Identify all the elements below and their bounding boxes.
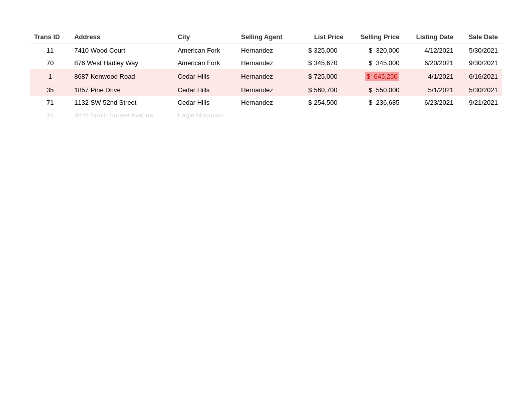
cell-listing-date: 6/20/2021 <box>403 57 457 69</box>
table-row: 117410 Wood CourtAmerican ForkHernandez$… <box>30 44 502 57</box>
cell-city: American Fork <box>174 44 237 57</box>
cell-address: 1132 SW 52nd Street <box>70 96 173 109</box>
cell-selling-agent: Hernandez <box>237 84 296 96</box>
cell-city: Eagle Mountain <box>174 109 237 121</box>
cell-city: Cedar Hills <box>174 69 237 84</box>
header-list-price: List Price <box>296 30 348 44</box>
cell-city: Cedar Hills <box>174 84 237 96</box>
cell-address: 8687 Kenwood Road <box>70 69 173 84</box>
header-sale-date: Sale Date <box>457 30 502 44</box>
cell-trans-id: 1 <box>30 69 70 84</box>
cell-address: 1857 Pine Drive <box>70 84 173 96</box>
table-row: 189876 South Sunset AvenueEagle Mountain <box>30 109 502 121</box>
cell-selling-agent: Hernandez <box>237 57 296 69</box>
cell-list-price: $254,500 <box>296 96 348 109</box>
cell-trans-id: 71 <box>30 96 70 109</box>
cell-selling-price: $ 345,000 <box>347 57 403 69</box>
cell-listing-date: 5/1/2021 <box>403 84 457 96</box>
cell-list-price: $725,000 <box>296 69 348 84</box>
cell-listing-date: 4/12/2021 <box>403 44 457 57</box>
cell-selling-agent: Hernandez <box>237 96 296 109</box>
cell-listing-date: 6/23/2021 <box>403 96 457 109</box>
cell-list-price <box>296 109 348 121</box>
cell-sale-date: 6/16/2021 <box>457 69 502 84</box>
cell-sale-date <box>457 109 502 121</box>
table-row: 351857 Pine DriveCedar HillsHernandez$56… <box>30 84 502 96</box>
main-container: Trans ID Address City Selling Agent List… <box>0 0 532 121</box>
cell-selling-price: $ 320,000 <box>347 44 403 57</box>
cell-selling-agent <box>237 109 296 121</box>
table-row: 70876 West Hadley WayAmerican ForkHernan… <box>30 57 502 69</box>
cell-address: 9876 South Sunset Avenue <box>70 109 173 121</box>
table-row: 18687 Kenwood RoadCedar HillsHernandez$7… <box>30 69 502 84</box>
cell-city: American Fork <box>174 57 237 69</box>
header-address: Address <box>70 30 173 44</box>
cell-city: Cedar Hills <box>174 96 237 109</box>
header-trans-id: Trans ID <box>30 30 70 44</box>
cell-selling-price: $ 236,685 <box>347 96 403 109</box>
table-row: 711132 SW 52nd StreetCedar HillsHernande… <box>30 96 502 109</box>
cell-selling-agent: Hernandez <box>237 69 296 84</box>
transactions-table: Trans ID Address City Selling Agent List… <box>30 30 502 121</box>
header-listing-date: Listing Date <box>403 30 457 44</box>
header-selling-price: Selling Price <box>347 30 403 44</box>
cell-list-price: $345,670 <box>296 57 348 69</box>
cell-sale-date: 5/30/2021 <box>457 84 502 96</box>
cell-trans-id: 70 <box>30 57 70 69</box>
cell-trans-id: 18 <box>30 109 70 121</box>
cell-sale-date: 9/30/2021 <box>457 57 502 69</box>
cell-selling-price: $ 645,250 <box>347 69 403 84</box>
header-city: City <box>174 30 237 44</box>
cell-list-price: $325,000 <box>296 44 348 57</box>
cell-list-price: $560,700 <box>296 84 348 96</box>
cell-address: 7410 Wood Court <box>70 44 173 57</box>
header-selling-agent: Selling Agent <box>237 30 296 44</box>
cell-listing-date: 4/1/2021 <box>403 69 457 84</box>
cell-trans-id: 35 <box>30 84 70 96</box>
cell-sale-date: 9/21/2021 <box>457 96 502 109</box>
cell-address: 876 West Hadley Way <box>70 57 173 69</box>
cell-sale-date: 5/30/2021 <box>457 44 502 57</box>
table-header-row: Trans ID Address City Selling Agent List… <box>30 30 502 44</box>
cell-selling-agent: Hernandez <box>237 44 296 57</box>
cell-selling-price <box>347 109 403 121</box>
cell-selling-price: $ 550,000 <box>347 84 403 96</box>
cell-trans-id: 11 <box>30 44 70 57</box>
cell-listing-date <box>403 109 457 121</box>
